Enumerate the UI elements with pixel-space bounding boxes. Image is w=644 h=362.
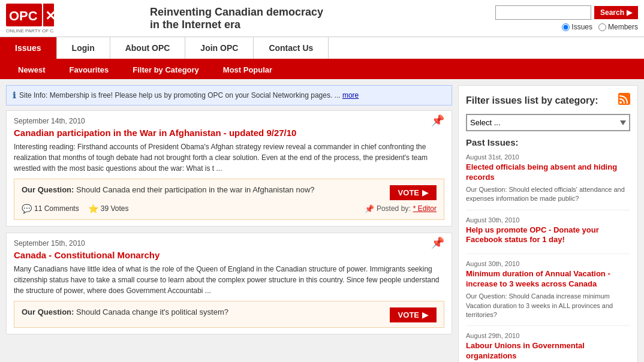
search-bar: Search ▶ bbox=[495, 5, 638, 20]
search-arrow-icon: ▶ bbox=[627, 8, 632, 17]
past-issue-date-2: August 30th, 2010 bbox=[466, 216, 630, 224]
past-issue-title-3[interactable]: Minimum duration of Annual Vacation - in… bbox=[466, 269, 630, 289]
votes-link-1[interactable]: ⭐ 39 Votes bbox=[88, 204, 129, 213]
issue-excerpt-1: Interesting reading: Firsthand accounts … bbox=[14, 141, 444, 174]
svg-point-6 bbox=[619, 101, 622, 104]
svg-text:✕: ✕ bbox=[45, 8, 54, 23]
tab-issues[interactable]: Issues bbox=[0, 37, 57, 59]
radio-group: Issues Members bbox=[562, 23, 638, 31]
past-issues-title: Past Issues: bbox=[466, 137, 630, 147]
left-content: ℹ Site Info: Membership is free! Please … bbox=[6, 85, 452, 362]
header-tagline: Reinventing Canadian democracy in the In… bbox=[138, 6, 495, 31]
past-issues-section: Past Issues: August 31st, 2010 Elected o… bbox=[466, 137, 630, 361]
past-issue-desc-1: Our Question: Should elected officials' … bbox=[466, 185, 630, 204]
site-info-bar: ℹ Site Info: Membership is free! Please … bbox=[6, 85, 452, 105]
question-text-2: Our Question: Should Canada change it's … bbox=[22, 307, 437, 316]
filter-header: Filter issues list by category: bbox=[466, 93, 630, 108]
nav-tabs: Issues Login About OPC Join OPC Contact … bbox=[0, 37, 644, 61]
vote-button-2[interactable]: VOTE ▶ bbox=[390, 307, 437, 322]
tab-contact-us[interactable]: Contact Us bbox=[254, 37, 329, 59]
past-issue-title-1[interactable]: Elected officials being absent and hidin… bbox=[466, 162, 630, 183]
rss-svg bbox=[618, 93, 630, 105]
radio-members-label: Members bbox=[608, 23, 638, 31]
past-issue-date-3: August 30th, 2010 bbox=[466, 260, 630, 267]
category-select[interactable]: Select ... All Categories Economy Enviro… bbox=[466, 114, 630, 131]
tab-about-opc[interactable]: About OPC bbox=[110, 37, 186, 59]
subnav-filter-by-category[interactable]: Filter by Category bbox=[121, 61, 211, 79]
comments-link-1[interactable]: 💬 11 Comments bbox=[22, 204, 79, 213]
filter-sidebar: Filter issues list by category: Select .… bbox=[458, 85, 638, 362]
pin-icon-1: 📌 bbox=[431, 114, 444, 127]
question-text-1: Our Question: Should Canada end their pa… bbox=[22, 185, 437, 194]
search-button-label: Search bbox=[600, 8, 624, 17]
logo-svg: OPC ✕ ONLINE PARTY OF CANADA bbox=[6, 4, 54, 34]
past-issue-desc-3: Our Question: Should Canada increase min… bbox=[466, 292, 630, 319]
info-icon: ℹ bbox=[13, 90, 16, 100]
radio-members-input[interactable] bbox=[598, 23, 606, 31]
past-issue-item-1: August 31st, 2010 Elected officials bein… bbox=[466, 153, 630, 210]
question-box-2: Our Question: Should Canada change it's … bbox=[14, 301, 444, 328]
site-info-more-link[interactable]: more bbox=[342, 91, 359, 99]
vote-arrow-icon-1: ▶ bbox=[422, 188, 428, 197]
bubble-icon-1: 💬 bbox=[22, 204, 32, 213]
issue-title-1[interactable]: Canadian participation in the War in Afg… bbox=[14, 128, 444, 138]
issue-date-2: September 15th, 2010 bbox=[14, 239, 444, 248]
radio-issues-input[interactable] bbox=[562, 23, 570, 31]
pin-icon-2: 📌 bbox=[431, 236, 444, 249]
past-issue-item-2: August 30th, 2010 Help us promote OPC - … bbox=[466, 216, 630, 255]
subnav-newest[interactable]: Newest bbox=[6, 61, 58, 79]
vote-arrow-icon-2: ▶ bbox=[422, 310, 428, 319]
page-header: OPC ✕ ONLINE PARTY OF CANADA Reinventing… bbox=[0, 0, 644, 37]
vote-row-1: 💬 11 Comments ⭐ 39 Votes 📌 Posted by: * … bbox=[22, 200, 437, 213]
header-right: Search ▶ Issues Members bbox=[495, 5, 638, 31]
past-issue-title-2[interactable]: Help us promote OPC - Donate your Facebo… bbox=[466, 225, 630, 246]
search-button[interactable]: Search ▶ bbox=[594, 6, 638, 19]
search-input[interactable] bbox=[495, 5, 591, 20]
pin-small-icon-1: 📌 bbox=[365, 204, 374, 213]
right-sidebar: Filter issues list by category: Select .… bbox=[458, 85, 638, 362]
vote-row-left-1: 💬 11 Comments ⭐ 39 Votes bbox=[22, 204, 128, 213]
radio-members-option[interactable]: Members bbox=[598, 23, 638, 31]
svg-text:ONLINE PARTY OF CANADA: ONLINE PARTY OF CANADA bbox=[6, 28, 54, 34]
subnav-most-popular[interactable]: Most Popular bbox=[211, 61, 284, 79]
radio-issues-option[interactable]: Issues bbox=[562, 23, 592, 31]
issue-date-1: September 14th, 2010 bbox=[14, 117, 444, 125]
past-issue-date-4: August 29th, 2010 bbox=[466, 332, 630, 339]
rss-icon[interactable] bbox=[618, 93, 630, 108]
editor-link-1[interactable]: * Editor bbox=[413, 204, 437, 213]
past-issue-item-3: August 30th, 2010 Minimum duration of An… bbox=[466, 260, 630, 326]
logo-image: OPC ✕ ONLINE PARTY OF CANADA bbox=[6, 4, 54, 34]
tab-login[interactable]: Login bbox=[57, 37, 110, 59]
issue-card-1: 📌 September 14th, 2010 Canadian particip… bbox=[6, 110, 452, 227]
tab-join-opc[interactable]: Join OPC bbox=[185, 37, 254, 59]
posted-by-1: 📌 Posted by: * Editor bbox=[365, 204, 437, 213]
filter-title: Filter issues list by category: bbox=[466, 95, 598, 106]
subnav-favourites[interactable]: Favourites bbox=[58, 61, 121, 79]
past-issue-item-4: August 29th, 2010 Labour Unions in Gover… bbox=[466, 332, 630, 361]
svg-text:OPC: OPC bbox=[9, 8, 38, 23]
past-issue-title-4[interactable]: Labour Unions in Governmental organizati… bbox=[466, 341, 630, 361]
past-issue-date-1: August 31st, 2010 bbox=[466, 153, 630, 161]
sub-nav: Newest Favourites Filter by Category Mos… bbox=[0, 61, 644, 79]
star-icon-1: ⭐ bbox=[88, 204, 98, 213]
logo-area: OPC ✕ ONLINE PARTY OF CANADA bbox=[6, 4, 138, 34]
issue-title-2[interactable]: Canada - Constitutional Monarchy bbox=[14, 250, 444, 260]
radio-issues-label: Issues bbox=[571, 23, 592, 31]
site-info-text: Site Info: Membership is free! Please he… bbox=[19, 91, 359, 99]
main-layout: ℹ Site Info: Membership is free! Please … bbox=[0, 79, 644, 362]
issue-card-2: 📌 September 15th, 2010 Canada - Constitu… bbox=[6, 233, 452, 334]
vote-button-1[interactable]: VOTE ▶ bbox=[390, 185, 437, 200]
question-box-1: Our Question: Should Canada end their pa… bbox=[14, 179, 444, 220]
issue-excerpt-2: Many Canadians have little idea of what … bbox=[14, 264, 444, 296]
